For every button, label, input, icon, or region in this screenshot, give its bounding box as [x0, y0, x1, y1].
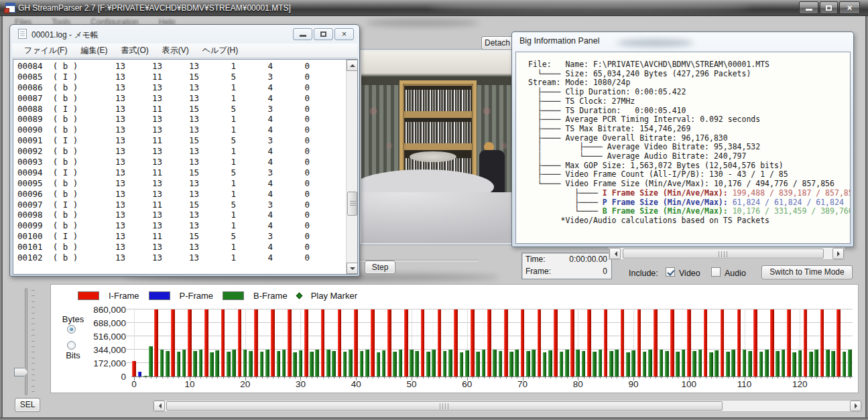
axis-tick [816, 376, 817, 378]
chart-plot [131, 310, 853, 377]
axis-tick [617, 376, 617, 378]
axis-tick [284, 376, 285, 378]
axis-tick [456, 376, 456, 378]
axis-tick [539, 376, 540, 378]
bar-i-frame [221, 309, 225, 376]
bar-b-frame [543, 352, 547, 377]
log-row: 00088 ( I )131115530 [13, 104, 357, 115]
axis-tick [722, 376, 723, 378]
axis-tick [572, 376, 573, 378]
axis-tick [650, 376, 651, 378]
notepad-maximize-button[interactable] [314, 28, 333, 40]
bar-b-frame [349, 350, 353, 376]
axis-tick [794, 376, 795, 378]
info-panel-body: File: Name: F:\PRIVATE\AVCHD\BDMV\STREAM… [515, 52, 851, 244]
notepad-window: 00001.log - メモ帳 × ファイル(F) 編集(E) 書式(O) 表示… [9, 24, 360, 277]
scrollbar-thumb[interactable] [623, 249, 824, 259]
notepad-title: 00001.log - メモ帳 [32, 29, 99, 41]
scroll-down-button[interactable] [347, 263, 358, 274]
legend-swatch-i-frame [78, 291, 99, 300]
bar-i-frame [304, 309, 308, 376]
bar-i-frame [171, 309, 175, 376]
axis-tick [584, 376, 584, 378]
info-line: ├──── Clip Duration: 0:00:05.422 [528, 88, 847, 97]
scroll-left-button[interactable] [153, 401, 165, 411]
big-information-panel: Big Information Panel File: Name: F:\PRI… [511, 31, 854, 247]
slider-tick [32, 358, 35, 358]
close-button[interactable]: × [839, 1, 860, 14]
main-titlebar[interactable]: GH StreamParser 2.7 [F:¥PRIVATE¥AVCHD¥BD… [0, 0, 868, 16]
bar-b-frame [715, 350, 719, 376]
scroll-right-button[interactable] [850, 401, 861, 411]
bar-i-frame [204, 309, 208, 376]
notepad-titlebar[interactable]: 00001.log - メモ帳 × [10, 25, 359, 43]
bar-b-frame [360, 351, 364, 376]
notepad-textarea[interactable]: 00084 ( b )13131314000085 ( I )131115530… [13, 59, 358, 275]
notepad-menu-view[interactable]: 表示(V) [156, 45, 196, 56]
bar-b-frame [215, 350, 219, 376]
bar-b-frame [726, 352, 730, 376]
bar-b-frame [698, 350, 702, 376]
axis-tick [656, 376, 656, 378]
bar-b-frame [692, 351, 696, 376]
slider-tick [32, 324, 35, 324]
notepad-menubar[interactable]: ファイル(F) 編集(E) 書式(O) 表示(V) ヘルプ(H) [12, 44, 357, 58]
bar-b-frame [143, 376, 147, 376]
axis-tick [262, 376, 263, 378]
axis-tick [611, 376, 612, 378]
notepad-close-button[interactable]: × [334, 28, 354, 40]
video-checkbox-label[interactable]: Video [679, 269, 700, 278]
sel-button[interactable]: SEL [15, 398, 40, 412]
bar-b-frame [326, 350, 330, 376]
axis-tick [534, 376, 534, 378]
minimize-button[interactable] [799, 1, 818, 14]
axis-tick [755, 376, 756, 378]
notepad-menu-file[interactable]: ファイル(F) [17, 45, 74, 56]
notepad-minimize-button[interactable] [293, 28, 312, 40]
bar-b-frame [426, 352, 430, 376]
axis-tick [267, 376, 268, 378]
log-row: 00102 ( b )131313140 [13, 253, 357, 263]
switch-to-time-mode-button[interactable]: Switch to Time Mode [761, 265, 853, 279]
bar-b-frame [731, 350, 735, 376]
bar-b-frame [509, 352, 513, 376]
ceiling [361, 51, 517, 75]
scrollbar-thumb[interactable] [166, 401, 723, 411]
chart-scrollbar[interactable] [153, 400, 862, 412]
scroll-left-button[interactable] [609, 248, 621, 259]
notepad-menu-edit[interactable]: 編集(E) [74, 45, 114, 56]
scroll-up-button[interactable] [347, 60, 358, 71]
bar-i-frame [587, 309, 591, 376]
axis-tick [278, 376, 279, 378]
axis-tick [206, 376, 207, 378]
axis-tick [361, 376, 362, 378]
detach-button[interactable]: Detach [481, 36, 513, 50]
audio-checkbox-label[interactable]: Audio [725, 269, 746, 278]
scroll-right-button[interactable] [832, 248, 844, 259]
audio-checkbox[interactable] [711, 267, 721, 277]
info-scrollbar[interactable] [609, 247, 845, 260]
notepad-menu-format[interactable]: 書式(O) [114, 45, 155, 56]
scrollbar-thumb[interactable] [347, 192, 357, 216]
axis-tick [389, 376, 390, 378]
maximize-button[interactable] [820, 1, 838, 14]
step-button[interactable]: Step [365, 261, 395, 274]
info-line: └──── Size: 65,034,240 Bytes (427,296 Pa… [528, 70, 847, 79]
log-row: 00101 ( b )131313140 [13, 242, 357, 253]
zoom-slider-track[interactable] [25, 288, 27, 395]
axis-tick [545, 376, 546, 378]
axis-tick [550, 376, 551, 378]
axis-tick [145, 376, 146, 378]
video-checkbox[interactable] [666, 267, 675, 277]
shelf-row [404, 118, 472, 143]
bar-b-frame [748, 351, 752, 376]
bar-i-frame [787, 309, 791, 376]
slider-tick [32, 313, 35, 313]
notepad-scrollbar[interactable] [346, 60, 357, 274]
info-line: Stream: Mode: 1080/24p [528, 78, 847, 88]
bar-b-frame [848, 350, 852, 376]
notepad-menu-help[interactable]: ヘルプ(H) [196, 45, 245, 56]
bar-b-frame [166, 351, 170, 376]
bar-b-frame [765, 350, 769, 376]
axis-tick [506, 376, 507, 378]
